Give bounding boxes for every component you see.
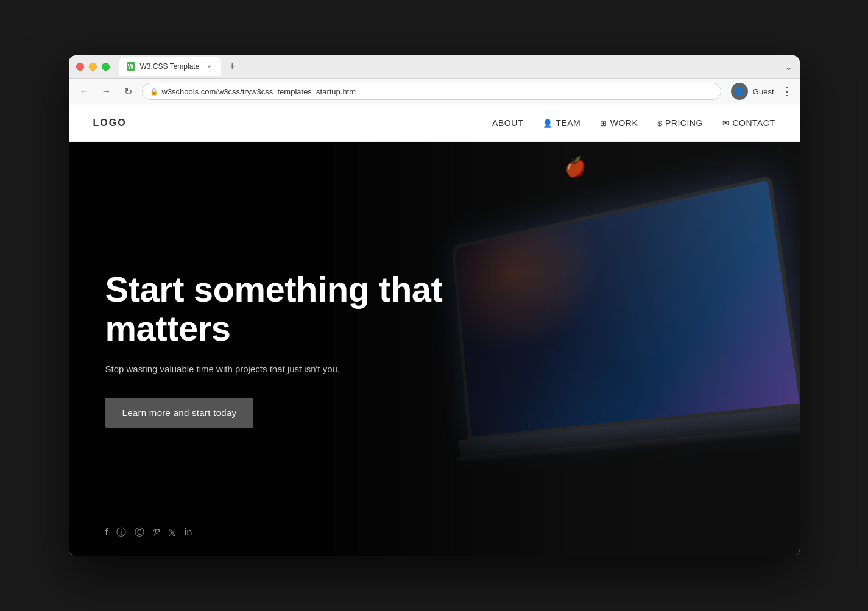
close-button[interactable] [76, 63, 84, 71]
new-tab-button[interactable]: + [224, 58, 241, 75]
social-bar: f ⓘ Ⓒ 𝓟 𝕏 in [105, 526, 192, 539]
hero-subtitle: Stop wasting valuable time with projects… [105, 362, 459, 376]
cta-button[interactable]: Learn more and start today [105, 398, 254, 428]
refresh-button[interactable]: ↻ [120, 83, 137, 100]
window-collapse[interactable]: ⌄ [785, 61, 792, 72]
lock-icon: 🔒 [150, 88, 158, 96]
twitter-icon[interactable]: 𝕏 [168, 527, 176, 539]
contact-icon: ✉ [722, 119, 730, 128]
nav-about[interactable]: ABOUT [492, 118, 523, 128]
instagram-icon[interactable]: ⓘ [116, 526, 126, 539]
nav-pricing[interactable]: $ PRICING [657, 118, 703, 128]
pricing-icon: $ [657, 119, 662, 128]
site-nav: LOGO ABOUT 👤 TEAM ⊞ WORK $ PRICING [69, 105, 800, 142]
nav-contact[interactable]: ✉ CONTACT [722, 118, 775, 128]
address-input[interactable]: 🔒 w3schools.com/w3css/tryw3css_templates… [142, 83, 721, 100]
tab-favicon: W [127, 62, 135, 71]
minimize-button[interactable] [89, 63, 97, 71]
title-bar: W W3.CSS Template × + ⌄ [69, 55, 800, 79]
linkedin-icon[interactable]: in [185, 527, 192, 538]
hero-content: Start something that matters Stop wastin… [69, 270, 495, 428]
user-name: Guest [753, 87, 774, 96]
forward-button[interactable]: → [98, 83, 115, 100]
pinterest-icon[interactable]: 𝓟 [153, 527, 160, 538]
team-icon: 👤 [543, 119, 553, 128]
user-avatar[interactable]: 👤 [731, 83, 748, 100]
url-text: w3schools.com/w3css/tryw3css_templates_s… [162, 87, 356, 96]
traffic-lights [76, 63, 110, 71]
back-button[interactable]: ← [76, 83, 93, 100]
address-bar: ← → ↻ 🔒 w3schools.com/w3css/tryw3css_tem… [69, 79, 800, 105]
user-area: 👤 Guest [731, 83, 774, 100]
snapchat-icon[interactable]: Ⓒ [135, 526, 144, 539]
hero-title: Start something that matters [105, 270, 459, 348]
active-tab[interactable]: W W3.CSS Template × [119, 57, 222, 76]
work-icon: ⊞ [600, 119, 607, 128]
website-content: LOGO ABOUT 👤 TEAM ⊞ WORK $ PRICING [69, 105, 800, 556]
tab-bar: W W3.CSS Template × + [119, 57, 785, 76]
tab-title: W3.CSS Template [140, 62, 200, 71]
tab-close-button[interactable]: × [204, 62, 214, 71]
hero-section: 🍎 Start something that matters Stop wast… [69, 142, 800, 556]
maximize-button[interactable] [102, 63, 110, 71]
site-logo: LOGO [93, 118, 127, 129]
browser-menu-button[interactable]: ⋮ [782, 85, 792, 98]
browser-window: W W3.CSS Template × + ⌄ ← → ↻ 🔒 w3school… [69, 55, 800, 556]
nav-work[interactable]: ⊞ WORK [600, 118, 638, 128]
facebook-icon[interactable]: f [105, 527, 108, 538]
nav-team[interactable]: 👤 TEAM [543, 118, 580, 128]
nav-links: ABOUT 👤 TEAM ⊞ WORK $ PRICING ✉ CONTACT [492, 118, 775, 128]
